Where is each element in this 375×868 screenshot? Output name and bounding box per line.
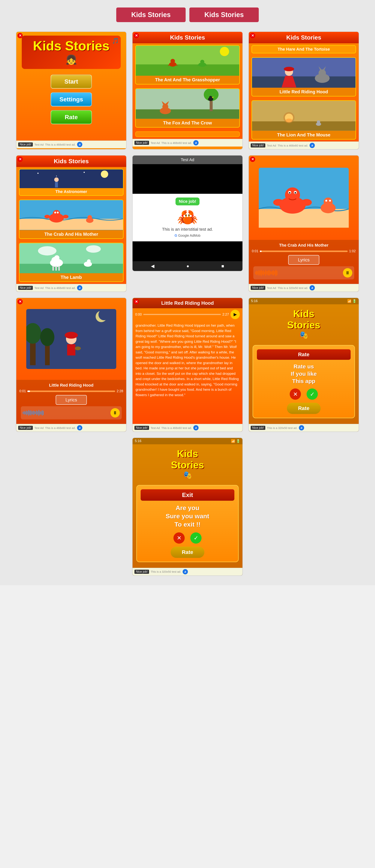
close-button-3[interactable]: ✕ (250, 33, 255, 38)
svg-point-38 (317, 120, 320, 124)
lrrh-title: Little Red Riding Hood (252, 88, 355, 96)
story-card-lamb[interactable]: The Lamb (19, 243, 123, 282)
rate-button[interactable]: Rate (51, 110, 92, 124)
ant-grasshopper-thumb (136, 46, 239, 76)
lamb-story-title: The Lamb (20, 273, 123, 281)
story-list-2-content: Kids Stories The Hare And The Tortoise (249, 32, 359, 149)
story-card-lrrh[interactable]: Little Red Riding Hood (252, 57, 356, 96)
svg-rect-64 (52, 266, 54, 271)
wave-bar (261, 270, 262, 276)
astronomer-svg (20, 169, 123, 188)
wave-bar (37, 411, 38, 415)
wave-bar (259, 270, 259, 276)
close-button-6[interactable]: ✕ (250, 157, 255, 162)
recent-btn[interactable]: ■ (222, 264, 224, 269)
home-btn[interactable]: ● (186, 264, 189, 269)
ant-story-title: The Ant And The Grasshopper (136, 76, 239, 84)
robot-icon: 🦀 (175, 207, 200, 227)
story-card-partial[interactable] (135, 131, 240, 137)
story-card-crab[interactable]: The Crab And His Mother (19, 199, 123, 239)
lrrh-lyrics-button[interactable]: Lyrics (56, 395, 87, 405)
story-list-1-content: Kids Stories (133, 32, 242, 147)
lrrh-player-image (16, 298, 126, 380)
svg-rect-92 (67, 344, 76, 355)
story-card-astronomer[interactable]: The Astronomer (19, 169, 123, 196)
lrrh-play-button[interactable]: ▶ (230, 310, 240, 319)
story-card-hare-partial[interactable]: The Hare And The Tortoise (252, 45, 356, 53)
fox-story-title: The Fox And The Crow (136, 119, 239, 127)
svg-point-75 (289, 192, 290, 193)
wave-bar (269, 270, 269, 276)
ad-banner-1: Nice job! Test Ad This is a 468x60 test … (16, 141, 126, 148)
svg-point-27 (284, 67, 294, 71)
exit-cancel-button[interactable]: ✕ (173, 532, 185, 544)
screen-lrrh-lyrics: ✕ Little Red Riding Hood 0:00 2:27 ▶ gra… (132, 298, 243, 432)
ad-icon-6: a (310, 285, 315, 290)
crab-lyrics-button[interactable]: Lyrics (288, 255, 319, 265)
ad-text-7: Test Ad This is a 468x60 test ad. (34, 426, 76, 430)
ad-banner-8: Nice job! Test Ad This is a 468x60 test … (133, 424, 242, 432)
status-bar-exit: 5:16 📶 🔋 (133, 438, 242, 444)
lrrh-lyrics-track[interactable] (143, 314, 221, 315)
close-button-7[interactable]: ✕ (18, 299, 23, 304)
pause-button-lrrh[interactable]: ⏸ (110, 408, 120, 417)
main-menu-content: Kids Stories 🎵 👧 Start Settings Rate (16, 32, 126, 141)
status-time-rate: 5:16 (251, 299, 258, 303)
exit-rate-button[interactable]: Rate (171, 547, 205, 558)
story-card-lion[interactable]: The Lion And The Mouse (252, 100, 356, 140)
exit-dialog-header: Exit (141, 489, 234, 501)
lrrh-progress-track[interactable] (27, 391, 115, 392)
top-banner: Kids Stories Kids Stories (0, 4, 375, 26)
rate-dialog-buttons: ✕ ✓ (257, 389, 351, 400)
lrrh-wave-area: ⏸ (21, 406, 122, 420)
screen-exit: 5:16 📶 🔋 KidsStories 🎭 Exit Are youSure … (132, 438, 243, 576)
wave-bar (36, 410, 37, 415)
exit-dialog: Exit Are youSure you wantTo exit !! ✕ ✓ … (136, 485, 239, 562)
svg-rect-46 (55, 182, 58, 188)
lrrh-time-start: 0:01 (19, 389, 26, 393)
screen-row-4: 5:16 📶 🔋 KidsStories 🎭 Exit Are youSure … (0, 438, 375, 576)
back-btn[interactable]: ◀ (151, 264, 154, 269)
rate-cancel-button[interactable]: ✕ (290, 389, 301, 400)
story-card-fox[interactable]: The Fox And The Crow (135, 88, 240, 128)
nice-job-10: Nice job! (135, 570, 149, 574)
lion-title: The Lion And The Mouse (252, 131, 355, 139)
crab-thumb (20, 200, 123, 230)
wave-bar (266, 271, 267, 275)
rate-ok-button[interactable]: ✓ (307, 389, 318, 400)
wave-bar (33, 410, 34, 415)
settings-button[interactable]: Settings (51, 92, 92, 106)
wave-bar (35, 411, 36, 414)
character-icon: 👧 (26, 54, 117, 65)
svg-rect-24 (252, 76, 355, 88)
hare-title-partial: The Hare And The Tortoise (253, 47, 354, 52)
empty-slot-1 (16, 438, 126, 576)
svg-rect-58 (20, 264, 123, 273)
wave-bar (272, 271, 273, 275)
lrrh-lyrics-time-start: 0:00 (135, 313, 142, 316)
banner-btn-1[interactable]: Kids Stories (116, 7, 185, 22)
start-button[interactable]: Start (51, 74, 92, 89)
banner-btn-2[interactable]: Kids Stories (190, 7, 259, 22)
svg-point-9 (200, 60, 204, 64)
lrrh-progress-fill (27, 391, 30, 392)
nice-job-7: Nice job! (18, 426, 33, 430)
close-button-4[interactable]: ✕ (18, 157, 23, 162)
wave-bar (256, 271, 257, 275)
close-button-1[interactable]: ✕ (18, 33, 23, 38)
wave-bar (26, 410, 27, 415)
ad-icon-2: a (193, 140, 199, 146)
story-card-ant[interactable]: The Ant And The Grasshopper (135, 45, 240, 85)
close-button-2[interactable]: ✕ (134, 33, 139, 38)
crab-progress-track[interactable] (260, 251, 348, 252)
ad-text-6: Test Ad This is a 320x50 test ad. (267, 286, 308, 289)
svg-rect-70 (259, 209, 349, 228)
pause-button-crab[interactable]: ⏸ (343, 268, 352, 278)
exit-ok-button[interactable]: ✓ (190, 532, 202, 544)
lrrh-wave-bars (21, 410, 109, 416)
rate-dialog: Rate Rate usIf you likeThis app ✕ ✓ Rate (253, 345, 355, 418)
rate-bottom-button[interactable]: Rate (287, 403, 321, 414)
close-button-8[interactable]: ✕ (134, 299, 139, 304)
lrrh-track-title: Little Red Riding Hood (19, 383, 123, 388)
svg-point-91 (65, 332, 78, 339)
